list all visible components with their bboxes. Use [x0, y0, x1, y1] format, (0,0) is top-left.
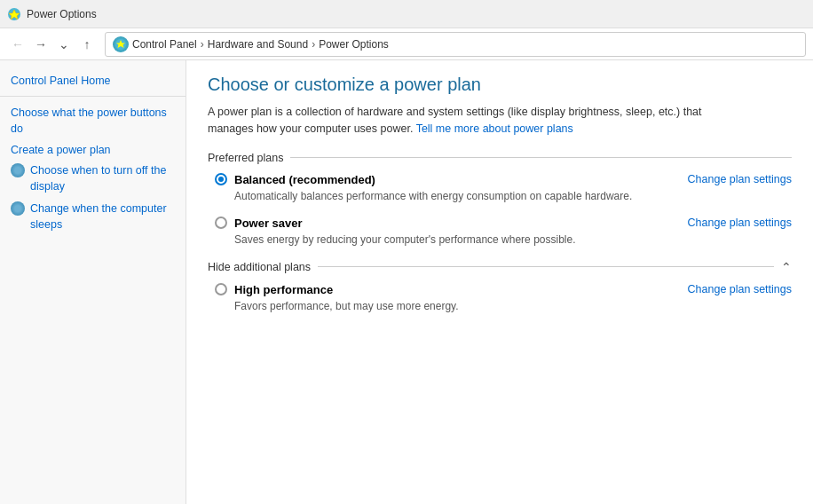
preferred-plans-header: Preferred plans [208, 152, 792, 164]
preferred-plans-line [290, 157, 792, 158]
sidebar-item-power-buttons-label: Choose what the power buttons do [11, 106, 175, 137]
sidebar-item-home[interactable]: Control Panel Home [0, 71, 185, 91]
collapse-button[interactable]: ⌃ [781, 260, 792, 274]
nav-buttons: ← → ⌄ ↑ [7, 34, 98, 55]
plan-item-balanced-header: Balanced (recommended) Change plan setti… [215, 173, 792, 186]
additional-plans-header: Hide additional plans ⌃ [208, 260, 792, 274]
plan-item-high-performance-left: High performance [215, 283, 333, 296]
content-area: Choose or customize a power plan A power… [186, 60, 813, 504]
plan-item-power-saver-left: Power saver [215, 217, 303, 230]
plan-item-high-performance-header: High performance Change plan settings [215, 283, 792, 296]
sidebar-item-computer-sleep-label: Change when the computer sleeps [30, 201, 175, 232]
plan-name-power-saver: Power saver [234, 217, 303, 230]
plan-name-high-performance: High performance [234, 283, 333, 296]
learn-more-link[interactable]: Tell me more about power plans [416, 122, 573, 135]
sidebar-item-computer-sleep[interactable]: Change when the computer sleeps [0, 198, 185, 236]
plan-item-balanced-left: Balanced (recommended) [215, 173, 375, 186]
radio-power-saver[interactable] [215, 217, 227, 229]
address-path[interactable]: Control Panel › Hardware and Sound › Pow… [105, 32, 806, 57]
change-plan-link-balanced[interactable]: Change plan settings [688, 173, 792, 185]
page-description: A power plan is a collection of hardware… [208, 104, 705, 138]
sidebar: Control Panel Home Choose what the power… [0, 60, 186, 504]
path-icon [113, 36, 129, 52]
turn-off-display-icon [11, 163, 25, 177]
additional-plans-label: Hide additional plans [208, 261, 311, 273]
up-button[interactable]: ↑ [76, 34, 98, 55]
additional-plans-line [318, 266, 774, 267]
radio-high-performance[interactable] [215, 283, 227, 295]
main-layout: Control Panel Home Choose what the power… [0, 60, 813, 504]
plan-item-high-performance: High performance Change plan settings Fa… [208, 283, 792, 312]
radio-balanced[interactable] [215, 173, 227, 185]
plan-desc-high-performance: Favors performance, but may use more ene… [234, 300, 792, 312]
breadcrumb-control-panel[interactable]: Control Panel [132, 38, 197, 51]
change-plan-link-high-performance[interactable]: Change plan settings [688, 283, 792, 295]
breadcrumb-power-options[interactable]: Power Options [319, 38, 389, 51]
sidebar-item-turn-off-display[interactable]: Choose when to turn off the display [0, 160, 185, 198]
address-bar: ← → ⌄ ↑ Control Panel › Hardware and Sou… [0, 28, 813, 60]
change-plan-link-power-saver[interactable]: Change plan settings [688, 217, 792, 229]
title-bar: Power Options [0, 0, 813, 28]
computer-sleep-icon [11, 201, 25, 216]
recent-button[interactable]: ⌄ [53, 34, 75, 55]
forward-button[interactable]: → [30, 34, 51, 55]
sidebar-item-create-plan[interactable]: Create a power plan [0, 140, 185, 160]
sidebar-item-turn-off-display-label: Choose when to turn off the display [30, 163, 175, 194]
sidebar-item-power-buttons[interactable]: Choose what the power buttons do [0, 102, 185, 140]
plan-desc-balanced: Automatically balances performance with … [234, 190, 792, 202]
page-title: Choose or customize a power plan [208, 75, 792, 95]
plan-item-power-saver: Power saver Change plan settings Saves e… [208, 217, 792, 246]
title-bar-title: Power Options [27, 8, 97, 20]
path-sep-2: › [312, 38, 315, 51]
path-sep-1: › [201, 38, 204, 51]
plan-item-power-saver-header: Power saver Change plan settings [215, 217, 792, 230]
plan-item-balanced: Balanced (recommended) Change plan setti… [208, 173, 792, 202]
breadcrumb-hardware-sound[interactable]: Hardware and Sound [208, 38, 308, 51]
plan-name-balanced: Balanced (recommended) [234, 173, 375, 186]
plan-desc-power-saver: Saves energy by reducing your computer's… [234, 233, 792, 246]
preferred-plans-label: Preferred plans [208, 152, 283, 164]
back-button[interactable]: ← [7, 34, 28, 55]
title-bar-icon [7, 7, 21, 21]
